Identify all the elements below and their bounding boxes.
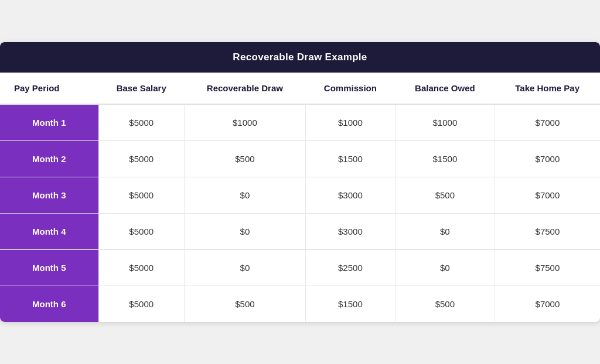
pay-period-cell: Month 1 <box>0 104 98 141</box>
commission-cell: $1500 <box>305 141 395 177</box>
balance-owed-cell: $0 <box>395 214 495 250</box>
table-body: Month 1$5000$1000$1000$1000$7000Month 2$… <box>0 104 600 322</box>
balance-owed-cell: $500 <box>395 286 495 322</box>
table-row: Month 3$5000$0$3000$500$7000 <box>0 177 600 214</box>
commission-cell: $2500 <box>305 250 395 286</box>
take-home-pay-cell: $7500 <box>495 250 600 286</box>
pay-period-cell: Month 2 <box>0 141 98 177</box>
col-header-balance-owed: Balance Owed <box>395 73 495 104</box>
base-salary-cell: $5000 <box>98 250 184 286</box>
take-home-pay-cell: $7500 <box>495 214 600 250</box>
col-header-commission: Commission <box>305 73 395 104</box>
pay-period-cell: Month 6 <box>0 286 98 322</box>
recoverable-draw-cell: $1000 <box>184 104 305 141</box>
header-row: Pay Period Base Salary Recoverable Draw … <box>0 73 600 104</box>
table-row: Month 1$5000$1000$1000$1000$7000 <box>0 104 600 141</box>
base-salary-cell: $5000 <box>98 141 184 177</box>
balance-owed-cell: $1000 <box>395 104 495 141</box>
balance-owed-cell: $500 <box>395 177 495 214</box>
recoverable-draw-cell: $0 <box>184 214 305 250</box>
col-header-take-home-pay: Take Home Pay <box>495 73 600 104</box>
take-home-pay-cell: $7000 <box>495 177 600 214</box>
balance-owed-cell: $0 <box>395 250 495 286</box>
col-header-pay-period: Pay Period <box>0 73 98 104</box>
table-row: Month 5$5000$0$2500$0$7500 <box>0 250 600 286</box>
base-salary-cell: $5000 <box>98 286 184 322</box>
take-home-pay-cell: $7000 <box>495 286 600 322</box>
table-title: Recoverable Draw Example <box>0 42 600 73</box>
recoverable-draw-cell: $500 <box>184 141 305 177</box>
commission-cell: $1500 <box>305 286 395 322</box>
pay-period-cell: Month 4 <box>0 214 98 250</box>
pay-period-cell: Month 3 <box>0 177 98 214</box>
table-container: Recoverable Draw Example Pay Period Base… <box>0 42 600 322</box>
commission-cell: $3000 <box>305 177 395 214</box>
take-home-pay-cell: $7000 <box>495 141 600 177</box>
recoverable-draw-cell: $500 <box>184 286 305 322</box>
base-salary-cell: $5000 <box>98 214 184 250</box>
base-salary-cell: $5000 <box>98 177 184 214</box>
balance-owed-cell: $1500 <box>395 141 495 177</box>
take-home-pay-cell: $7000 <box>495 104 600 141</box>
table-row: Month 4$5000$0$3000$0$7500 <box>0 214 600 250</box>
recoverable-draw-cell: $0 <box>184 250 305 286</box>
table-row: Month 6$5000$500$1500$500$7000 <box>0 286 600 322</box>
col-header-base-salary: Base Salary <box>98 73 184 104</box>
data-table: Pay Period Base Salary Recoverable Draw … <box>0 73 600 322</box>
pay-period-cell: Month 5 <box>0 250 98 286</box>
commission-cell: $1000 <box>305 104 395 141</box>
col-header-recoverable-draw: Recoverable Draw <box>184 73 305 104</box>
base-salary-cell: $5000 <box>98 104 184 141</box>
commission-cell: $3000 <box>305 214 395 250</box>
table-row: Month 2$5000$500$1500$1500$7000 <box>0 141 600 177</box>
recoverable-draw-cell: $0 <box>184 177 305 214</box>
